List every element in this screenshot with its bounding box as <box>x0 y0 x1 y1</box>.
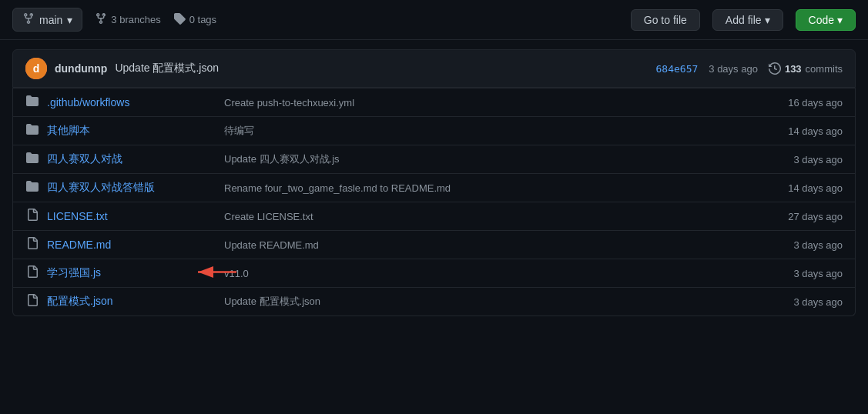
file-commit-message: Update 配置模式.json <box>224 295 742 309</box>
file-commit-message: Rename four_two_game_fasle.md to README.… <box>224 182 742 194</box>
avatar: d <box>25 58 47 79</box>
code-button[interactable]: Code ▾ <box>796 9 856 31</box>
file-name[interactable]: 学习强国.js <box>47 266 216 280</box>
go-to-file-button[interactable]: Go to file <box>631 9 700 31</box>
branch-chevron: ▾ <box>67 14 72 26</box>
file-name[interactable]: README.md <box>47 239 216 251</box>
add-file-chevron: ▾ <box>765 14 770 26</box>
file-icon <box>25 265 39 281</box>
table-row: README.mdUpdate README.md3 days ago <box>13 230 855 259</box>
file-commit-message: Update 四人赛双人对战.js <box>224 152 742 166</box>
branch-icon <box>22 12 35 27</box>
add-file-button[interactable]: Add file ▾ <box>712 9 783 31</box>
file-age: 3 days ago <box>750 268 843 279</box>
file-name[interactable]: 其他脚本 <box>47 124 216 138</box>
table-row: 其他脚本待编写14 days ago <box>13 116 855 145</box>
file-icon <box>25 237 39 252</box>
folder-icon <box>25 123 39 139</box>
file-icon <box>25 209 39 224</box>
code-chevron: ▾ <box>837 14 843 26</box>
file-age: 14 days ago <box>750 125 843 137</box>
file-commit-message: Create push-to-techxuexi.yml <box>224 97 742 109</box>
commits-number: 133 <box>785 63 802 75</box>
file-commit-message: Create LICENSE.txt <box>224 211 742 222</box>
table-row: 学习强国.jsv11.03 days ago <box>13 259 855 287</box>
file-table: .github/workflowsCreate push-to-techxuex… <box>12 88 856 316</box>
tag-icon <box>173 12 186 27</box>
branch-name: main <box>39 14 62 26</box>
svg-text:d: d <box>33 62 40 75</box>
commit-hash[interactable]: 684e657 <box>656 63 699 75</box>
folder-icon <box>25 180 39 195</box>
commit-username[interactable]: dundunnp <box>55 62 107 75</box>
file-name[interactable]: 四人赛双人对战 <box>47 152 216 166</box>
folder-icon <box>25 95 39 110</box>
commits-count-group: 133 commits <box>769 62 843 75</box>
table-row: .github/workflowsCreate push-to-techxuex… <box>13 88 855 116</box>
branch-selector[interactable]: main ▾ <box>12 8 82 32</box>
file-age: 16 days ago <box>750 97 843 109</box>
file-commit-message: 待编写 <box>224 124 742 138</box>
file-age: 3 days ago <box>750 239 843 251</box>
file-name[interactable]: 配置模式.json <box>47 295 216 309</box>
file-name[interactable]: .github/workflows <box>47 96 216 109</box>
branches-link[interactable]: 3 branches <box>95 12 160 27</box>
folder-icon <box>25 152 39 167</box>
commit-message: Update 配置模式.json <box>115 62 219 75</box>
tags-link[interactable]: 0 tags <box>173 12 216 27</box>
file-age: 14 days ago <box>750 182 843 194</box>
commit-time: 3 days ago <box>709 63 758 75</box>
file-commit-message: v11.0 <box>224 268 742 279</box>
file-name[interactable]: LICENSE.txt <box>47 210 216 222</box>
file-age: 3 days ago <box>750 296 843 308</box>
table-row: LICENSE.txtCreate LICENSE.txt27 days ago <box>13 202 855 230</box>
table-row: 配置模式.jsonUpdate 配置模式.json3 days ago <box>13 287 855 316</box>
file-age: 3 days ago <box>750 154 843 165</box>
commit-meta: 684e657 3 days ago 133 commits <box>656 62 843 75</box>
toolbar: main ▾ 3 branches 0 tags Go to file Add … <box>0 0 868 40</box>
file-icon <box>25 294 39 309</box>
branches-icon <box>95 12 107 27</box>
commits-label: commits <box>806 63 843 75</box>
commit-bar: d dundunnp Update 配置模式.json 684e657 3 da… <box>12 49 856 88</box>
file-commit-message: Update README.md <box>224 239 742 251</box>
file-age: 27 days ago <box>750 211 843 222</box>
table-row: 四人赛双人对战答错版Rename four_two_game_fasle.md … <box>13 173 855 202</box>
file-name[interactable]: 四人赛双人对战答错版 <box>47 181 216 195</box>
branches-label: 3 branches <box>111 14 160 25</box>
tags-label: 0 tags <box>189 14 216 25</box>
table-row: 四人赛双人对战Update 四人赛双人对战.js3 days ago <box>13 145 855 173</box>
